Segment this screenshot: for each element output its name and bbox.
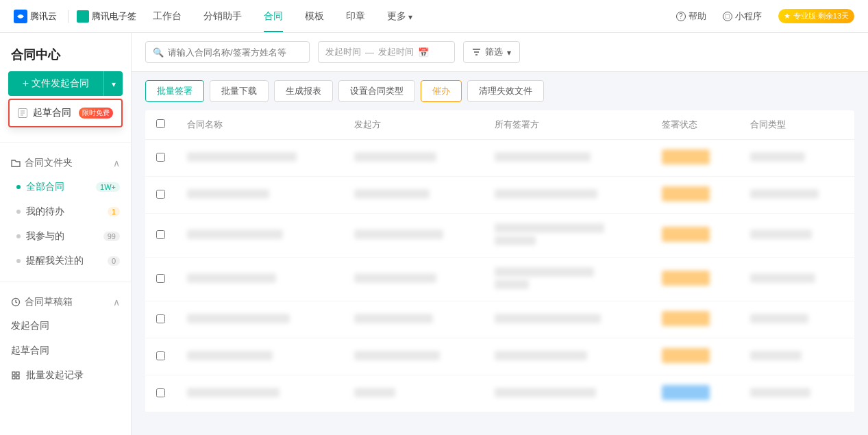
help-button[interactable]: ? 帮助	[676, 10, 706, 23]
draft-contract-option[interactable]: 起草合同 限时免费	[10, 100, 121, 126]
sidebar-item-initiate-contract[interactable]: 发起合同	[0, 314, 131, 338]
initiator-blur	[354, 314, 433, 323]
row-checkbox[interactable]	[156, 351, 165, 360]
generate-report-button[interactable]: 生成报表	[274, 80, 333, 102]
date-range-wrapper[interactable]: 发起时间 — 发起时间 📅	[318, 41, 455, 63]
create-contract-dropdown-button[interactable]	[103, 71, 123, 96]
row-checkbox-cell	[145, 214, 176, 258]
status-cell	[651, 338, 739, 375]
row-checkbox-cell	[145, 338, 176, 375]
svg-rect-2	[16, 372, 19, 375]
sidebar-item-my-pending[interactable]: 我的待办 1	[0, 199, 131, 224]
sidebar-item-draft-contract[interactable]: 起草合同	[0, 338, 131, 363]
clear-invalid-button[interactable]: 清理失效文件	[467, 80, 544, 102]
folder-section: 合同文件夹 ∧ 全部合同 1W+ 我的待办 1 我参与的 99 提醒我关注的 0	[0, 146, 131, 279]
status-cell	[651, 301, 739, 338]
remind-button[interactable]: 催办	[421, 80, 462, 102]
draft-section-title-wrapper: 合同草稿箱	[11, 296, 73, 308]
tencent-cloud-icon	[14, 10, 27, 23]
create-button-wrapper: 文件发起合同	[8, 71, 123, 96]
search-wrapper: 🔍	[145, 41, 310, 63]
row-checkbox[interactable]	[156, 314, 165, 323]
table-row	[145, 258, 854, 301]
search-input[interactable]	[168, 47, 302, 58]
signers-blur-2	[495, 236, 536, 245]
initiator-blur	[354, 152, 436, 162]
sidebar-item-batch-record[interactable]: 批量发起记录	[0, 363, 131, 388]
status-blur	[662, 149, 710, 164]
draft-chevron-icon: ∧	[113, 297, 120, 308]
svg-rect-3	[12, 376, 15, 379]
table-row	[145, 375, 854, 412]
filter-icon	[472, 48, 481, 57]
col-contract-name: 合同名称	[176, 110, 343, 140]
nav-item-workbench[interactable]: 工作台	[153, 1, 182, 32]
type-cell	[739, 258, 854, 301]
type-blur	[750, 388, 810, 397]
sidebar-item-participated[interactable]: 我参与的 99	[0, 224, 131, 249]
contract-name-cell	[176, 338, 343, 375]
nav-item-seal[interactable]: 印章	[346, 1, 365, 32]
row-checkbox[interactable]	[156, 274, 165, 283]
more-chevron-icon	[408, 11, 412, 22]
folder-section-header[interactable]: 合同文件夹 ∧	[0, 151, 131, 175]
row-checkbox-cell	[145, 177, 176, 214]
contract-name-blur	[187, 152, 297, 162]
initiator-cell	[343, 375, 484, 412]
logo-area: 腾讯云 腾讯电子签	[14, 10, 136, 23]
nav-item-template[interactable]: 模板	[305, 1, 324, 32]
row-checkbox[interactable]	[156, 153, 165, 162]
select-all-checkbox[interactable]	[156, 119, 165, 128]
row-checkbox[interactable]	[156, 230, 165, 239]
signers-cell	[484, 301, 651, 338]
type-cell	[739, 177, 854, 214]
esign-logo[interactable]: 腾讯电子签	[68, 10, 136, 23]
nav-items: 工作台 分销助手 合同 模板 印章 更多	[153, 1, 676, 32]
row-checkbox-cell	[145, 140, 176, 177]
signers-blur	[495, 314, 601, 323]
initiator-cell	[343, 258, 484, 301]
initiator-cell	[343, 177, 484, 214]
create-action-area: 文件发起合同 起草合同 限时免费	[0, 71, 131, 104]
batch-icon	[11, 371, 21, 380]
main-content: 🔍 发起时间 — 发起时间 📅 筛选 批量签署 批量下载 生成报表 设置合同类型…	[132, 33, 868, 435]
batch-sign-button[interactable]: 批量签署	[145, 80, 204, 102]
sidebar: 合同中心 文件发起合同 起草合同 限时免费	[0, 33, 132, 435]
nav-item-more[interactable]: 更多	[387, 1, 412, 32]
miniapp-button[interactable]: □ 小程序	[723, 10, 762, 23]
sidebar-item-all-contracts[interactable]: 全部合同 1W+	[0, 175, 131, 199]
pro-badge[interactable]: ★ 专业版·剩余13天	[778, 9, 854, 23]
nav-item-contract[interactable]: 合同	[264, 1, 283, 32]
col-status: 签署状态	[651, 110, 739, 140]
divider-1	[0, 142, 131, 143]
set-type-button[interactable]: 设置合同类型	[338, 80, 415, 102]
sidebar-item-remind-me[interactable]: 提醒我关注的 0	[0, 249, 131, 273]
initiator-blur	[354, 388, 395, 397]
action-bar: 批量签署 批量下载 生成报表 设置合同类型 催办 清理失效文件	[132, 72, 868, 110]
initiator-blur	[354, 273, 436, 283]
tencent-cloud-logo[interactable]: 腾讯云	[14, 10, 57, 23]
signers-blur-2	[495, 279, 529, 289]
status-blur	[662, 186, 710, 201]
initiator-blur	[354, 229, 443, 239]
contract-name-blur	[187, 388, 280, 397]
nav-right-area: ? 帮助 □ 小程序 ★ 专业版·剩余13天	[676, 9, 854, 23]
svg-rect-1	[12, 372, 15, 375]
filter-button[interactable]: 筛选	[463, 41, 520, 63]
type-cell	[739, 375, 854, 412]
divider-2	[0, 282, 131, 282]
free-badge: 限时免费	[79, 108, 113, 119]
signers-blur	[495, 351, 587, 360]
table-header: 合同名称 发起方 所有签署方 签署状态 合同类型	[145, 110, 854, 140]
status-blur	[662, 271, 710, 286]
create-contract-button[interactable]: 文件发起合同	[8, 71, 103, 96]
all-contracts-badge: 1W+	[96, 182, 120, 192]
batch-download-button[interactable]: 批量下载	[210, 80, 269, 102]
signers-blur-1	[495, 223, 604, 233]
row-checkbox[interactable]	[156, 388, 165, 397]
status-cell	[651, 375, 739, 412]
initiator-cell	[343, 214, 484, 258]
nav-item-distribution[interactable]: 分销助手	[203, 1, 242, 32]
row-checkbox[interactable]	[156, 190, 165, 199]
draft-section-header[interactable]: 合同草稿箱 ∧	[0, 290, 131, 314]
